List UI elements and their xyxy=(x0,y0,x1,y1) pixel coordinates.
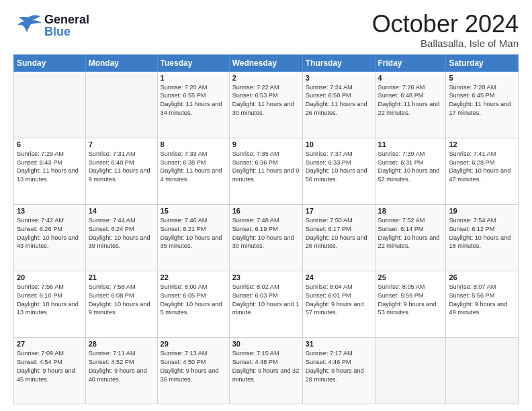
cell-date: 20 xyxy=(17,273,83,281)
cell-content: Sunrise: 7:54 AMSunset: 6:12 PMDaylight:… xyxy=(449,216,515,251)
cell-date: 23 xyxy=(232,273,300,281)
cell-content: Sunrise: 7:09 AMSunset: 4:54 PMDaylight:… xyxy=(17,349,83,384)
table-row: 11Sunrise: 7:39 AMSunset: 6:31 PMDayligh… xyxy=(375,138,446,204)
cell-content: Sunrise: 7:52 AMSunset: 6:14 PMDaylight:… xyxy=(378,216,443,251)
logo: General Blue xyxy=(13,11,89,40)
cell-content: Sunrise: 8:04 AMSunset: 6:01 PMDaylight:… xyxy=(306,283,372,318)
table-row xyxy=(446,337,519,404)
table-row: 30Sunrise: 7:15 AMSunset: 4:48 PMDayligh… xyxy=(229,337,302,404)
col-saturday: Saturday xyxy=(446,54,519,71)
calendar-week-row: 6Sunrise: 7:29 AMSunset: 6:43 PMDaylight… xyxy=(14,138,519,204)
cell-date: 14 xyxy=(89,207,154,215)
page: General Blue October 2024 Ballasalla, Is… xyxy=(0,0,532,411)
cell-date: 22 xyxy=(161,273,226,281)
col-friday: Friday xyxy=(375,54,446,71)
cell-date: 5 xyxy=(449,74,515,82)
table-row xyxy=(14,71,86,138)
calendar-week-row: 27Sunrise: 7:09 AMSunset: 4:54 PMDayligh… xyxy=(14,337,519,404)
cell-content: Sunrise: 7:31 AMSunset: 6:40 PMDaylight:… xyxy=(89,150,154,185)
table-row: 19Sunrise: 7:54 AMSunset: 6:12 PMDayligh… xyxy=(446,204,519,271)
col-tuesday: Tuesday xyxy=(157,54,229,71)
table-row: 14Sunrise: 7:44 AMSunset: 6:24 PMDayligh… xyxy=(85,204,157,271)
cell-date: 15 xyxy=(161,207,226,215)
table-row: 5Sunrise: 7:28 AMSunset: 6:45 PMDaylight… xyxy=(446,71,519,138)
table-row: 12Sunrise: 7:41 AMSunset: 6:28 PMDayligh… xyxy=(446,138,519,204)
cell-content: Sunrise: 7:58 AMSunset: 6:08 PMDaylight:… xyxy=(89,283,154,318)
cell-content: Sunrise: 8:02 AMSunset: 6:03 PMDaylight:… xyxy=(232,283,300,318)
table-row: 8Sunrise: 7:33 AMSunset: 6:38 PMDaylight… xyxy=(157,138,229,204)
title-block: October 2024 Ballasalla, Isle of Man xyxy=(372,11,519,49)
cell-date: 4 xyxy=(378,74,443,82)
logo-general-text: General xyxy=(44,13,89,26)
table-row: 3Sunrise: 7:24 AMSunset: 6:50 PMDaylight… xyxy=(302,71,375,138)
cell-date: 21 xyxy=(89,273,154,281)
table-row: 26Sunrise: 8:07 AMSunset: 5:56 PMDayligh… xyxy=(446,271,519,337)
cell-date: 28 xyxy=(89,340,154,348)
calendar-week-row: 13Sunrise: 7:42 AMSunset: 6:26 PMDayligh… xyxy=(14,204,519,271)
cell-date: 26 xyxy=(449,273,515,281)
table-row: 2Sunrise: 7:22 AMSunset: 6:53 PMDaylight… xyxy=(229,71,302,138)
cell-content: Sunrise: 7:41 AMSunset: 6:28 PMDaylight:… xyxy=(449,150,515,185)
header: General Blue October 2024 Ballasalla, Is… xyxy=(13,11,519,49)
table-row: 28Sunrise: 7:11 AMSunset: 4:52 PMDayligh… xyxy=(85,337,157,404)
cell-date: 7 xyxy=(89,140,154,148)
table-row: 27Sunrise: 7:09 AMSunset: 4:54 PMDayligh… xyxy=(14,337,86,404)
calendar-week-row: 1Sunrise: 7:20 AMSunset: 6:55 PMDaylight… xyxy=(14,71,519,138)
cell-date: 10 xyxy=(306,140,372,148)
table-row: 1Sunrise: 7:20 AMSunset: 6:55 PMDaylight… xyxy=(157,71,229,138)
cell-content: Sunrise: 7:28 AMSunset: 6:45 PMDaylight:… xyxy=(449,83,515,118)
cell-date: 24 xyxy=(306,273,372,281)
cell-content: Sunrise: 7:46 AMSunset: 6:21 PMDaylight:… xyxy=(161,216,226,251)
col-thursday: Thursday xyxy=(302,54,375,71)
table-row: 17Sunrise: 7:50 AMSunset: 6:17 PMDayligh… xyxy=(302,204,375,271)
cell-content: Sunrise: 7:33 AMSunset: 6:38 PMDaylight:… xyxy=(161,150,226,185)
cell-content: Sunrise: 7:26 AMSunset: 6:48 PMDaylight:… xyxy=(378,83,443,118)
table-row: 13Sunrise: 7:42 AMSunset: 6:26 PMDayligh… xyxy=(14,204,86,271)
table-row: 15Sunrise: 7:46 AMSunset: 6:21 PMDayligh… xyxy=(157,204,229,271)
table-row: 29Sunrise: 7:13 AMSunset: 4:50 PMDayligh… xyxy=(157,337,229,404)
calendar-header-row: Sunday Monday Tuesday Wednesday Thursday… xyxy=(14,54,519,71)
cell-content: Sunrise: 7:17 AMSunset: 4:46 PMDaylight:… xyxy=(306,349,372,384)
cell-content: Sunrise: 8:00 AMSunset: 6:05 PMDaylight:… xyxy=(161,283,226,318)
cell-content: Sunrise: 7:35 AMSunset: 6:36 PMDaylight:… xyxy=(232,150,300,185)
cell-date: 1 xyxy=(161,74,226,82)
table-row: 25Sunrise: 8:05 AMSunset: 5:59 PMDayligh… xyxy=(375,271,446,337)
table-row: 23Sunrise: 8:02 AMSunset: 6:03 PMDayligh… xyxy=(229,271,302,337)
subtitle: Ballasalla, Isle of Man xyxy=(372,38,519,49)
cell-date: 19 xyxy=(449,207,515,215)
col-sunday: Sunday xyxy=(14,54,86,71)
logo-blue-text: Blue xyxy=(44,26,89,38)
table-row xyxy=(375,337,446,404)
cell-date: 11 xyxy=(378,140,443,148)
cell-date: 2 xyxy=(232,74,300,82)
main-title: October 2024 xyxy=(372,11,519,38)
cell-content: Sunrise: 7:11 AMSunset: 4:52 PMDaylight:… xyxy=(89,349,154,384)
cell-date: 17 xyxy=(306,207,372,215)
cell-content: Sunrise: 7:37 AMSunset: 6:33 PMDaylight:… xyxy=(306,150,372,185)
table-row: 4Sunrise: 7:26 AMSunset: 6:48 PMDaylight… xyxy=(375,71,446,138)
table-row: 6Sunrise: 7:29 AMSunset: 6:43 PMDaylight… xyxy=(14,138,86,204)
cell-content: Sunrise: 7:22 AMSunset: 6:53 PMDaylight:… xyxy=(232,83,300,118)
cell-date: 3 xyxy=(306,74,372,82)
table-row: 16Sunrise: 7:48 AMSunset: 6:19 PMDayligh… xyxy=(229,204,302,271)
table-row: 10Sunrise: 7:37 AMSunset: 6:33 PMDayligh… xyxy=(302,138,375,204)
cell-content: Sunrise: 7:42 AMSunset: 6:26 PMDaylight:… xyxy=(17,216,83,251)
table-row: 21Sunrise: 7:58 AMSunset: 6:08 PMDayligh… xyxy=(85,271,157,337)
logo-name: General Blue xyxy=(44,13,89,38)
cell-content: Sunrise: 7:56 AMSunset: 6:10 PMDaylight:… xyxy=(17,283,83,318)
cell-content: Sunrise: 7:39 AMSunset: 6:31 PMDaylight:… xyxy=(378,150,443,185)
cell-content: Sunrise: 8:07 AMSunset: 5:56 PMDaylight:… xyxy=(449,283,515,318)
cell-date: 13 xyxy=(17,207,83,215)
cell-date: 9 xyxy=(232,140,300,148)
table-row: 18Sunrise: 7:52 AMSunset: 6:14 PMDayligh… xyxy=(375,204,446,271)
table-row: 20Sunrise: 7:56 AMSunset: 6:10 PMDayligh… xyxy=(14,271,86,337)
cell-content: Sunrise: 7:44 AMSunset: 6:24 PMDaylight:… xyxy=(89,216,154,251)
cell-date: 25 xyxy=(378,273,443,281)
cell-date: 30 xyxy=(232,340,300,348)
cell-date: 16 xyxy=(232,207,300,215)
cell-content: Sunrise: 7:24 AMSunset: 6:50 PMDaylight:… xyxy=(306,83,372,118)
logo-icon xyxy=(13,11,43,40)
cell-date: 29 xyxy=(161,340,226,348)
cell-date: 12 xyxy=(449,140,515,148)
cell-content: Sunrise: 7:20 AMSunset: 6:55 PMDaylight:… xyxy=(161,83,226,118)
